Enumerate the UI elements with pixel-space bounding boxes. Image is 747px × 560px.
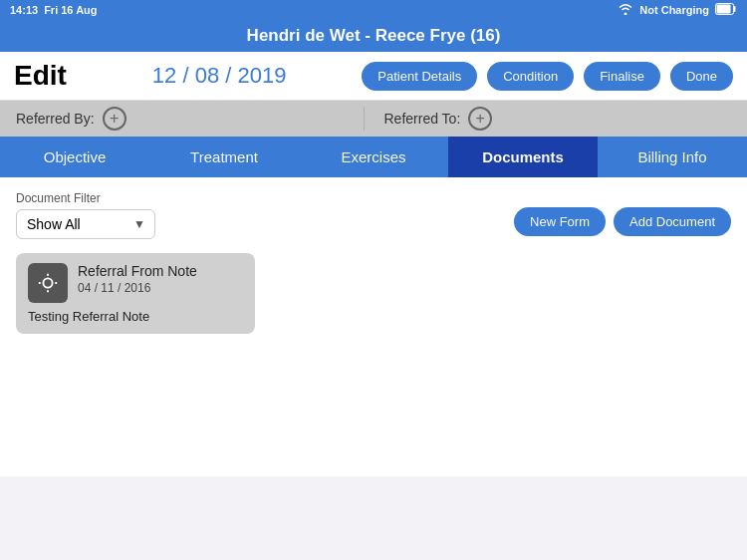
page-title: Edit bbox=[14, 60, 67, 92]
status-bar: 14:13 Fri 16 Aug Not Charging bbox=[0, 0, 747, 20]
status-left: 14:13 Fri 16 Aug bbox=[10, 4, 98, 16]
tab-treatment[interactable]: Treatment bbox=[149, 137, 299, 177]
add-document-button[interactable]: Add Document bbox=[614, 207, 731, 236]
tab-documents[interactable]: Documents bbox=[448, 137, 598, 177]
filter-row: Document Filter Show All ▼ New Form Add … bbox=[16, 191, 731, 239]
document-date: 04 / 11 / 2016 bbox=[78, 281, 197, 295]
svg-point-2 bbox=[43, 278, 52, 287]
referred-by-section: Referred By: + bbox=[16, 107, 364, 131]
document-icon bbox=[28, 263, 68, 303]
filter-left: Document Filter Show All ▼ bbox=[16, 191, 155, 239]
tab-bar: Objective Treatment Exercises Documents … bbox=[0, 137, 747, 177]
filter-label: Document Filter bbox=[16, 191, 155, 205]
document-filter-select[interactable]: Show All bbox=[16, 209, 155, 239]
content-area: Document Filter Show All ▼ New Form Add … bbox=[0, 177, 747, 476]
document-info: Referral From Note 04 / 11 / 2016 bbox=[78, 263, 197, 295]
charging-label: Not Charging bbox=[639, 4, 709, 16]
referred-to-section: Referred To: + bbox=[364, 107, 732, 131]
referral-bar: Referred By: + Referred To: + bbox=[0, 101, 747, 137]
new-form-button[interactable]: New Form bbox=[514, 207, 606, 236]
svg-rect-1 bbox=[717, 5, 731, 14]
status-date: Fri 16 Aug bbox=[44, 4, 97, 16]
referred-by-label: Referred By: bbox=[16, 111, 95, 127]
title-row: Edit 12 / 08 / 2019 Patient Details Cond… bbox=[0, 52, 747, 101]
referred-to-add-button[interactable]: + bbox=[468, 107, 492, 131]
filter-select-wrap: Show All ▼ bbox=[16, 209, 155, 239]
tab-objective[interactable]: Objective bbox=[0, 137, 149, 177]
referred-to-label: Referred To: bbox=[384, 111, 461, 127]
filter-buttons: New Form Add Document bbox=[514, 191, 731, 236]
status-time: 14:13 bbox=[10, 4, 38, 16]
document-card-top: Referral From Note 04 / 11 / 2016 bbox=[28, 263, 243, 303]
document-title: Referral From Note bbox=[78, 263, 197, 279]
battery-icon bbox=[715, 3, 737, 17]
document-note: Testing Referral Note bbox=[28, 309, 243, 324]
tab-billing-info[interactable]: Billing Info bbox=[598, 137, 747, 177]
status-right: Not Charging bbox=[618, 3, 737, 17]
referred-by-add-button[interactable]: + bbox=[103, 107, 126, 131]
wifi-icon bbox=[618, 3, 633, 17]
appointment-date: 12 / 08 / 2019 bbox=[87, 63, 352, 89]
document-card[interactable]: Referral From Note 04 / 11 / 2016 Testin… bbox=[16, 253, 255, 334]
patient-details-button[interactable]: Patient Details bbox=[362, 62, 477, 91]
done-button[interactable]: Done bbox=[670, 62, 733, 91]
tab-exercises[interactable]: Exercises bbox=[299, 137, 448, 177]
header-title: Hendri de Wet - Reece Frye (16) bbox=[247, 26, 501, 45]
condition-button[interactable]: Condition bbox=[487, 62, 574, 91]
finalise-button[interactable]: Finalise bbox=[584, 62, 660, 91]
app-header: Hendri de Wet - Reece Frye (16) bbox=[0, 20, 747, 52]
